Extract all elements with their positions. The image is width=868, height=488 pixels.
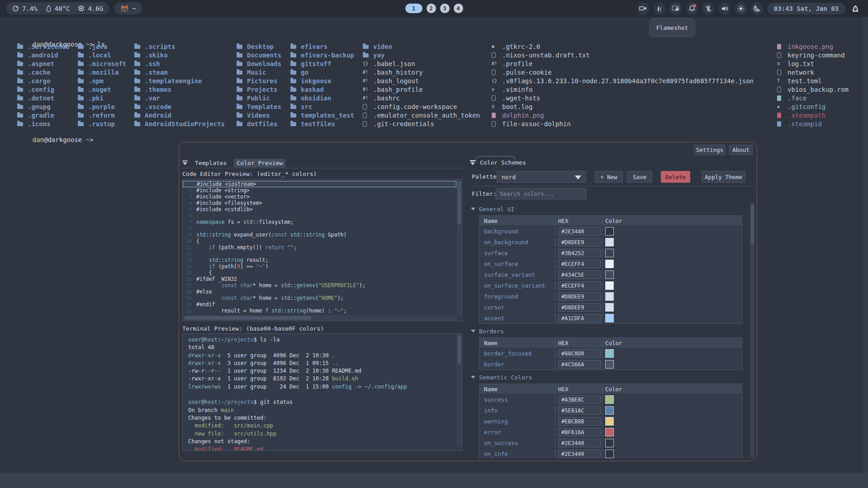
settings-button[interactable]: Settings (694, 145, 726, 155)
hex-input[interactable]: #2E3440 (558, 439, 601, 447)
file-entry: Ttest.toml (777, 76, 849, 85)
color-swatch[interactable] (605, 349, 614, 358)
new-palette-button[interactable]: + New (595, 171, 623, 183)
about-button[interactable]: About (729, 145, 753, 155)
color-swatch[interactable] (605, 450, 614, 458)
night-light-toggle-button[interactable] (751, 2, 764, 15)
system-info-widget[interactable]: 7.4% 48°C 4.6G (6, 2, 109, 14)
file-name: video (373, 43, 392, 50)
clock-widget[interactable]: 03:43 Sat, Jan 03 (767, 3, 845, 14)
workspace-button-1[interactable]: 1 (405, 4, 422, 13)
scrollbar-thumb[interactable] (751, 204, 754, 244)
search-colors-input[interactable] (496, 188, 586, 199)
file-entry: {}.babel.json (363, 59, 480, 68)
user-session-button[interactable] (849, 2, 862, 15)
color-swatch[interactable] (605, 249, 614, 257)
terminal-line: Changes not staged: (188, 438, 462, 446)
color-swatch[interactable] (605, 292, 614, 301)
hex-input[interactable]: #88C0D0 (558, 349, 601, 358)
color-swatch[interactable] (605, 314, 614, 322)
file-name: boot.log (502, 103, 532, 110)
hex-input[interactable]: #ECEFF4 (558, 281, 601, 290)
hex-cell: #D8DEE9 (555, 291, 602, 302)
section-header-borders[interactable]: Borders (471, 327, 749, 335)
scrollbar-thumb[interactable] (458, 336, 461, 364)
hex-input[interactable]: #ECEFF4 (558, 260, 601, 268)
terminal-vertical-scrollbar[interactable] (457, 334, 461, 445)
terminal-token: modified: README.md (188, 446, 263, 451)
color-swatch[interactable] (605, 260, 614, 268)
color-swatch[interactable] (605, 395, 614, 404)
color-swatch[interactable] (605, 227, 614, 236)
hex-input[interactable]: #D8DEE9 (558, 303, 601, 312)
code-token: :: (290, 295, 297, 301)
hex-input[interactable]: #5E81AC (558, 406, 601, 415)
delete-button[interactable]: Delete (661, 171, 690, 183)
save-button[interactable]: Save (627, 171, 652, 183)
screen-record-button[interactable] (637, 2, 650, 15)
hex-cell: #EBCB8B (555, 416, 602, 426)
hex-input[interactable]: #2E3440 (558, 227, 601, 236)
code-token: std (271, 308, 281, 314)
scrollbar-thumb[interactable] (458, 181, 461, 225)
code-token: :: (290, 282, 297, 289)
color-swatch[interactable] (605, 303, 614, 312)
file-entry: .var (134, 94, 225, 102)
color-swatch[interactable] (605, 360, 614, 369)
hex-input[interactable]: #A3BE8C (558, 395, 601, 404)
file-name: .gitconfig (787, 103, 825, 110)
folder-icon (134, 79, 140, 83)
file-name: gitstuff (301, 60, 331, 67)
hex-input[interactable]: #2E3440 (558, 450, 601, 458)
workspace-button-4[interactable]: 4 (454, 4, 463, 13)
hex-input[interactable]: #A1CDFA (558, 314, 601, 322)
brightness-button[interactable] (735, 2, 747, 15)
apply-theme-button[interactable]: Apply Theme (702, 171, 745, 183)
file-entry: vbios_backup.rom (777, 85, 849, 94)
terminal-token: drwxr-xr-x (188, 360, 221, 366)
color-swatch[interactable] (605, 281, 614, 290)
notifications-button[interactable] (686, 2, 698, 15)
terminal-line: lrwxrwxrwx 1 user group 24 Dec 1 15:00 c… (188, 384, 462, 391)
screen-edge-strip (863, 17, 868, 473)
color-swatch[interactable] (605, 417, 614, 426)
color-swatch[interactable] (605, 428, 614, 436)
workspace-button-3[interactable]: 3 (440, 4, 450, 13)
code-token (196, 295, 221, 301)
bluetooth-toggle-button[interactable] (702, 2, 715, 15)
editor-vertical-scrollbar[interactable] (457, 180, 461, 315)
screen-lock-button[interactable] (669, 2, 682, 15)
hex-input[interactable]: #3B4252 (558, 249, 601, 257)
file-entry: .rustup (78, 119, 126, 128)
flameshot-button[interactable] (653, 2, 666, 15)
tab-color-preview[interactable]: Color Preview (234, 159, 285, 167)
color-name: on_success (479, 438, 555, 448)
color-swatch[interactable] (605, 439, 614, 447)
hex-input[interactable]: #D8DEE9 (558, 238, 601, 246)
hex-input[interactable]: #D8DEE9 (558, 292, 601, 301)
volume-button[interactable] (718, 2, 731, 15)
terminal-workspace-widget[interactable]: ~ (114, 2, 142, 14)
hex-input[interactable]: #434C5E (558, 270, 601, 279)
workspace-button-2[interactable]: 2 (427, 4, 436, 13)
editor-horizontal-scrollbar[interactable] (183, 315, 457, 320)
terminal-token: $ git status (254, 399, 293, 405)
folder-icon (134, 62, 140, 66)
color-swatch[interactable] (605, 238, 614, 246)
terminal-preview[interactable]: user@host:~/projects$ ls -latotal 48drwx… (182, 333, 462, 451)
hex-input[interactable]: #EBCB8B (558, 417, 601, 426)
palette-select[interactable]: nord (497, 171, 586, 183)
filter-label: Filter: (472, 190, 497, 197)
section-header-semantic-colors[interactable]: Semantic Colors (471, 374, 749, 381)
hex-input[interactable]: #BF616A (558, 428, 601, 436)
color-name: border (479, 359, 555, 370)
hex-input[interactable]: #4C566A (558, 360, 601, 369)
section-header-general-ui[interactable]: General UI (471, 205, 749, 213)
folder-icon (237, 105, 242, 109)
tab-templates[interactable]: Templates (192, 159, 229, 167)
panel-vertical-scrollbar[interactable] (750, 203, 754, 458)
color-swatch[interactable] (605, 406, 614, 415)
color-swatch[interactable] (605, 270, 614, 279)
scrollbar-thumb[interactable] (185, 316, 311, 320)
code-editor-preview[interactable]: #include <iostream>2#include <string>3#i… (182, 179, 462, 321)
